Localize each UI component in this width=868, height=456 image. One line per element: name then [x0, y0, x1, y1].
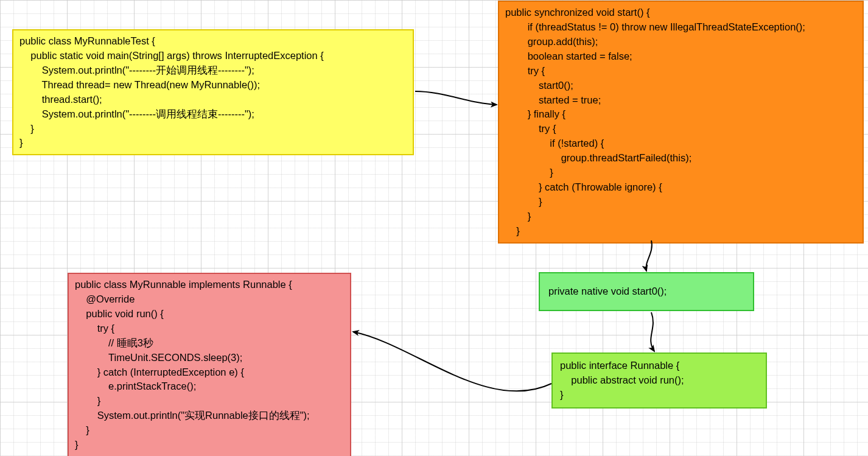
- node-start0: private native void start0();: [539, 272, 754, 311]
- arrow-start0-to-runnable: [651, 312, 654, 351]
- node-start-method: public synchronized void start() { if (t…: [498, 1, 864, 244]
- node-myrunnable: public class MyRunnable implements Runna…: [68, 273, 351, 456]
- arrow-start-to-start0: [646, 240, 652, 271]
- arrow-runnable-to-myrunnable: [353, 332, 551, 391]
- node-myrunnabletest: public class MyRunnableTest { public sta…: [12, 29, 414, 155]
- node-runnable: public interface Runnable { public abstr…: [551, 353, 767, 409]
- arrow-test-to-start: [415, 91, 497, 105]
